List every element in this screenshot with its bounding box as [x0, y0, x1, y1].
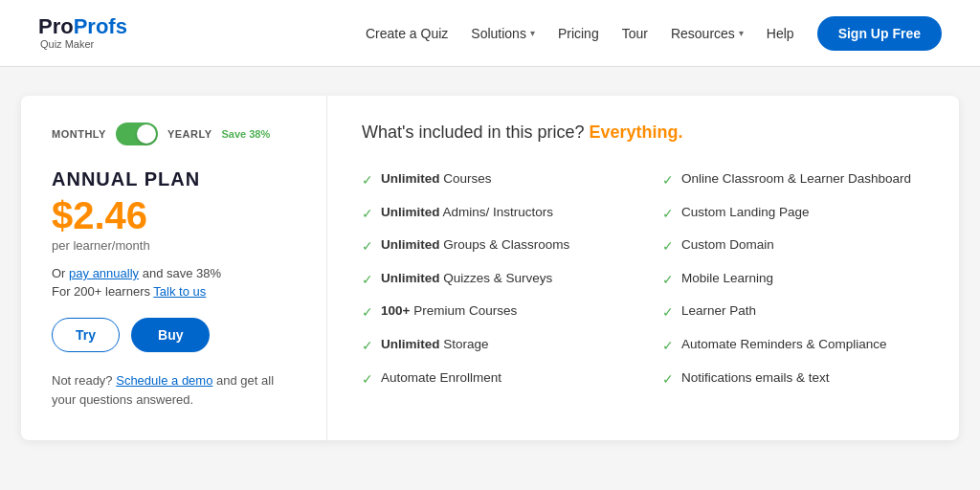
feature-enrollment: ✓ Automate Enrollment — [362, 363, 624, 396]
check-icon: ✓ — [662, 271, 674, 290]
schedule-demo-link[interactable]: Schedule a demo — [116, 373, 212, 388]
check-icon: ✓ — [662, 171, 674, 190]
feature-groups: ✓ Unlimited Groups & Classrooms — [362, 230, 624, 263]
feature-mobile-learning: ✓ Mobile Learning — [662, 263, 924, 297]
feature-reminders: ✓ Automate Reminders & Compliance — [662, 329, 924, 363]
feature-admins: ✓ Unlimited Admins/ Instructors — [362, 197, 624, 231]
feature-premium-courses: ✓ 100+ Premium Courses — [362, 296, 624, 329]
feature-learner-path: ✓ Learner Path — [662, 296, 924, 329]
resources-chevron-icon: ▾ — [739, 28, 744, 38]
logo-pro: Pro — [38, 14, 74, 38]
check-icon: ✓ — [662, 370, 674, 390]
nav-pricing[interactable]: Pricing — [558, 26, 599, 41]
site-header: ProProfs Quiz Maker Create a Quiz Soluti… — [0, 0, 980, 67]
yearly-label: YEARLY — [167, 128, 212, 140]
plan-name: ANNUAL PLAN — [52, 168, 296, 190]
check-icon: ✓ — [362, 271, 373, 290]
check-icon: ✓ — [662, 337, 674, 356]
feature-custom-domain: ✓ Custom Domain — [662, 230, 924, 263]
learner-note: For 200+ learners Talk to us — [52, 284, 296, 299]
feature-courses: ✓ Unlimited Courses — [362, 164, 624, 197]
main-nav: Create a Quiz Solutions ▾ Pricing Tour R… — [366, 16, 942, 51]
feature-notifications: ✓ Notifications emails & text — [662, 363, 924, 396]
check-icon: ✓ — [362, 370, 373, 390]
included-title: What's included in this price? Everythin… — [362, 122, 924, 143]
nav-help[interactable]: Help — [767, 26, 794, 41]
feature-storage: ✓ Unlimited Storage — [362, 329, 624, 363]
everything-label: Everything. — [590, 122, 683, 142]
not-ready-text: Not ready? Schedule a demo and get all y… — [52, 371, 296, 409]
check-icon: ✓ — [362, 337, 373, 356]
billing-toggle[interactable] — [116, 122, 158, 145]
check-icon: ✓ — [362, 171, 373, 190]
nav-solutions[interactable]: Solutions ▾ — [471, 26, 535, 41]
logo: ProProfs Quiz Maker — [38, 16, 127, 50]
talk-to-us-link[interactable]: Talk to us — [153, 284, 206, 299]
toggle-knob — [137, 124, 156, 144]
plan-right-panel: What's included in this price? Everythin… — [327, 96, 959, 440]
features-left-column: ✓ Unlimited Courses ✓ Unlimited Admins/ … — [362, 164, 624, 395]
plan-actions: Try Buy — [52, 318, 296, 352]
buy-button[interactable]: Buy — [131, 318, 210, 352]
save-badge: Save 38% — [221, 128, 270, 140]
signup-button[interactable]: Sign Up Free — [817, 16, 942, 51]
try-button[interactable]: Try — [52, 318, 120, 352]
solutions-chevron-icon: ▾ — [530, 28, 535, 38]
nav-resources[interactable]: Resources ▾ — [671, 26, 744, 41]
plan-left-panel: MONTHLY YEARLY Save 38% ANNUAL PLAN $2.4… — [21, 96, 327, 440]
check-icon: ✓ — [662, 205, 674, 224]
annual-note: Or pay annually and save 38% — [52, 266, 296, 280]
check-icon: ✓ — [362, 205, 373, 224]
logo-subtitle: Quiz Maker — [38, 38, 94, 50]
logo-profs: Profs — [74, 14, 127, 38]
features-right-column: ✓ Online Classroom & Learner Dashboard ✓… — [662, 164, 924, 395]
check-icon: ✓ — [662, 237, 674, 256]
check-icon: ✓ — [362, 303, 373, 323]
plan-price: $2.46 — [52, 196, 296, 234]
pay-annually-link[interactable]: pay annually — [69, 266, 139, 280]
pricing-card: MONTHLY YEARLY Save 38% ANNUAL PLAN $2.4… — [21, 96, 959, 440]
check-icon: ✓ — [362, 237, 373, 256]
monthly-label: MONTHLY — [52, 128, 106, 140]
feature-online-classroom: ✓ Online Classroom & Learner Dashboard — [662, 164, 924, 197]
logo-text: ProProfs — [38, 16, 127, 37]
check-icon: ✓ — [662, 303, 674, 323]
nav-tour[interactable]: Tour — [622, 26, 648, 41]
billing-toggle-row: MONTHLY YEARLY Save 38% — [52, 122, 296, 145]
features-grid: ✓ Unlimited Courses ✓ Unlimited Admins/ … — [362, 164, 924, 395]
price-period: per learner/month — [52, 238, 296, 253]
feature-landing-page: ✓ Custom Landing Page — [662, 197, 924, 231]
nav-create-quiz[interactable]: Create a Quiz — [366, 26, 448, 41]
feature-quizzes: ✓ Unlimited Quizzes & Surveys — [362, 263, 624, 297]
